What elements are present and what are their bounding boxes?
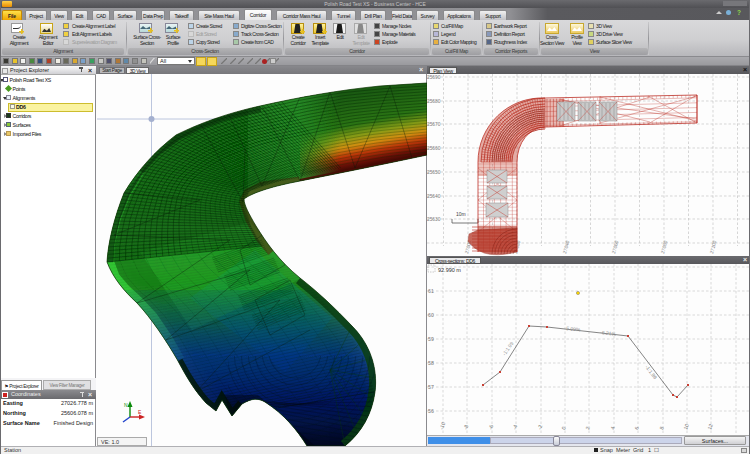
svg-text:E: E xyxy=(138,409,142,415)
svg-text:25670: 25670 xyxy=(427,122,441,127)
svg-text:59: 59 xyxy=(428,336,434,342)
svg-text:25630: 25630 xyxy=(427,217,441,222)
svg-text:57: 57 xyxy=(428,384,434,390)
svg-text:10m: 10m xyxy=(456,211,466,217)
svg-text:25680: 25680 xyxy=(427,99,441,104)
svg-text:61: 61 xyxy=(428,288,434,294)
svg-text:92.990 m: 92.990 m xyxy=(438,267,461,273)
svg-text:56: 56 xyxy=(428,408,434,414)
svg-text:60: 60 xyxy=(428,312,434,318)
svg-text:25650: 25650 xyxy=(427,170,441,175)
svg-text:25640: 25640 xyxy=(427,194,441,199)
svg-text:25690: 25690 xyxy=(427,75,441,80)
svg-text:58: 58 xyxy=(428,360,434,366)
svg-text:N: N xyxy=(124,402,128,408)
svg-text:25660: 25660 xyxy=(427,146,441,151)
